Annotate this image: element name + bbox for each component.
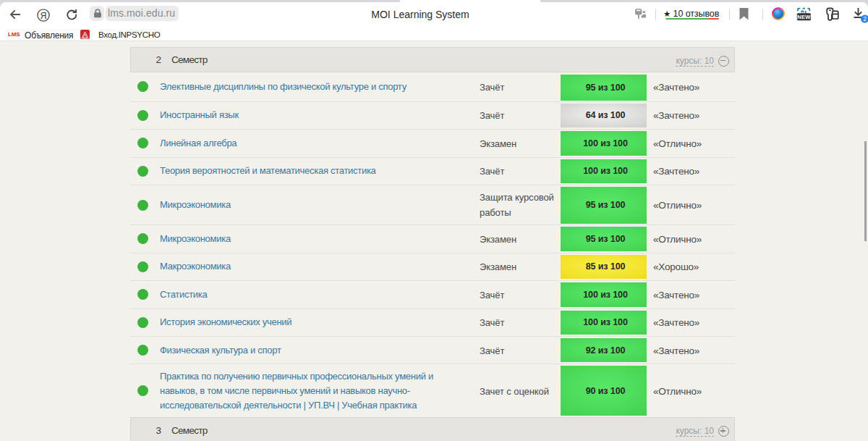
svg-text:2: 2 — [863, 15, 867, 22]
svg-text:Я: Я — [40, 10, 46, 20]
svg-text:NEW: NEW — [797, 14, 811, 20]
